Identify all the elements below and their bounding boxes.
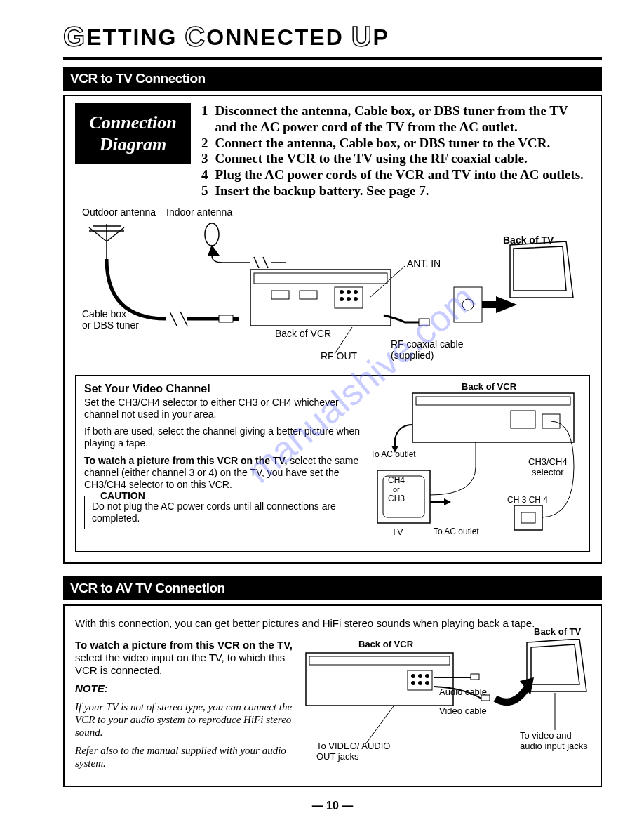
label-outdoor-antenna: Outdoor antenna: [82, 206, 156, 218]
label-tv: TV: [391, 527, 403, 537]
label-audio-cable: Audio cable: [439, 687, 487, 697]
label-to-video-audio: To VIDEO/ AUDIO OUT jacks: [316, 741, 408, 762]
svg-point-13: [340, 297, 344, 301]
title-cap-g: G: [63, 21, 86, 52]
page-number: — 10 —: [63, 800, 602, 812]
svg-rect-26: [412, 393, 574, 442]
step-text: Insert the backup battery. See page 7.: [215, 183, 429, 199]
watch-bold: To watch a picture from this VCR on the …: [75, 639, 293, 651]
svg-line-3: [89, 227, 107, 241]
svg-point-14: [347, 297, 351, 301]
note-label: NOTE:: [75, 682, 295, 695]
svg-line-49: [365, 706, 394, 744]
title-cap-u: U: [351, 21, 373, 52]
label-indoor-antenna: Indoor antenna: [166, 206, 232, 218]
svg-point-45: [425, 681, 429, 685]
title-rest-1: ETTING: [86, 25, 177, 50]
step-text: Plug the AC power cords of the VCR and T…: [215, 167, 584, 183]
label-to-input-jacks: To video and audio input jacks: [520, 730, 590, 751]
svg-line-4: [107, 227, 124, 241]
connection-diagram-chip: Connection Diagram: [75, 103, 191, 164]
note-1: If your TV is not of stereo type, you ca…: [75, 701, 295, 739]
title-rest-2: ONNECTED: [206, 25, 344, 50]
svg-point-40: [411, 674, 415, 678]
section-bar-av: VCR to AV TV Connection: [63, 576, 602, 600]
connection-diagram-1: Outdoor antenna Indoor antenna Cable box…: [75, 206, 590, 368]
watch-rest: select the video input on the TV, to whi…: [75, 651, 285, 676]
caution-box: CAUTION Do not plug the AC power cords u…: [84, 496, 363, 529]
svg-point-11: [347, 290, 351, 294]
svg-rect-21: [454, 287, 482, 322]
section2-intro: With this connection, you can get better…: [75, 617, 590, 629]
svg-point-6: [205, 223, 219, 246]
label-rf-out: RF OUT: [321, 350, 357, 362]
chip-line2: Diagram: [100, 134, 166, 154]
label-back-of-vcr-2: Back of VCR: [462, 381, 516, 392]
title-cap-c: C: [185, 21, 206, 52]
video-channel-p1: Set the CH3/CH4 selector to either CH3 o…: [84, 397, 363, 421]
video-channel-p2: If both are used, select the channel giv…: [84, 425, 363, 449]
svg-rect-46: [471, 674, 479, 680]
label-video-cable: Video cable: [439, 706, 487, 716]
label-back-tv-2: Back of TV: [534, 626, 581, 637]
label-to-ac-2: To AC outlet: [434, 527, 479, 536]
video-channel-p3-bold: To watch a picture from this VCR on the …: [84, 455, 287, 466]
label-cable-box: Cable box or DBS tuner: [82, 308, 139, 331]
svg-rect-37: [306, 653, 453, 706]
video-channel-title: Set Your Video Channel: [84, 383, 363, 395]
section1-box: manualshive.com Connection Diagram 1Disc…: [63, 95, 602, 564]
chip-line1: Connection: [89, 112, 176, 133]
svg-point-43: [411, 681, 415, 685]
caution-text: Do not plug the AC power cords until all…: [92, 501, 336, 524]
connection-steps: 1Disconnect the antenna, Cable box, or D…: [201, 103, 590, 199]
tv-ch4: CH4: [388, 475, 405, 485]
label-ant-in: ANT. IN: [407, 258, 441, 269]
tv-ch3: CH3: [388, 494, 405, 503]
title-rest-3: P: [373, 25, 389, 50]
caution-label: CAUTION: [98, 490, 148, 502]
label-switch: CH 3 CH 4: [507, 495, 548, 505]
step-text: Disconnect the antenna, Cable box, or DB…: [215, 103, 591, 135]
svg-marker-34: [444, 498, 451, 505]
svg-point-12: [354, 290, 358, 294]
step-num: 1: [201, 103, 208, 135]
label-to-ac-1: To AC outlet: [370, 449, 416, 459]
step-text: Connect the VCR to the TV using the RF c…: [215, 151, 528, 167]
svg-point-42: [425, 674, 429, 678]
svg-rect-35: [514, 505, 542, 530]
step-text: Connect the antenna, Cable box, or DBS t…: [215, 135, 551, 152]
step-num: 2: [201, 135, 208, 152]
svg-rect-18: [219, 315, 233, 322]
svg-point-15: [354, 297, 358, 301]
label-back-vcr-3: Back of VCR: [358, 639, 413, 649]
tv-or: or: [393, 485, 400, 494]
video-channel-box: Set Your Video Channel Set the CH3/CH4 s…: [75, 375, 590, 552]
page-title: GETTING CONNECTED UP: [63, 21, 602, 60]
av-diagram: Back of VCR Back of TV Audio cable Video…: [302, 639, 590, 775]
svg-marker-23: [496, 296, 517, 313]
svg-point-10: [340, 290, 344, 294]
svg-point-44: [418, 681, 422, 685]
label-selector: CH3/CH4 selector: [528, 456, 568, 477]
step-num: 3: [201, 151, 208, 167]
svg-point-41: [418, 674, 422, 678]
step-num: 4: [201, 167, 208, 183]
video-channel-diagram: Back of VCR To AC outlet CH4 or CH3 TV T…: [370, 383, 581, 544]
svg-rect-19: [233, 317, 239, 321]
note-2: Refer also to the manual supplied with y…: [75, 744, 295, 769]
step-num: 5: [201, 183, 208, 199]
label-back-of-tv: Back of TV: [503, 234, 554, 246]
svg-rect-20: [419, 319, 429, 326]
section2-box: With this connection, you can get better…: [63, 604, 602, 787]
section-bar-vcr-tv: VCR to TV Connection: [63, 67, 602, 91]
label-rf-cable: RF coaxial cable (supplied): [391, 338, 464, 361]
label-back-of-vcr: Back of VCR: [275, 328, 331, 339]
